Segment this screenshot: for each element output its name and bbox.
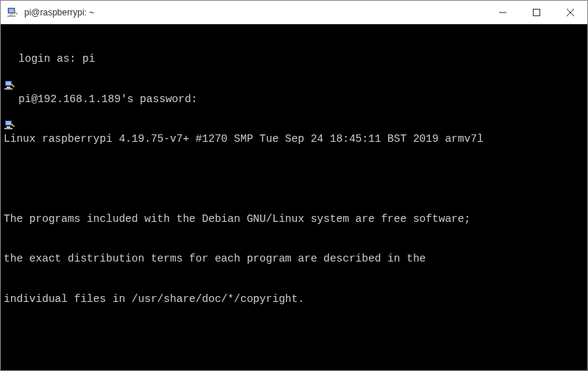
window-controls bbox=[486, 1, 587, 24]
motd-line-2: the exact distribution terms for each pr… bbox=[4, 252, 584, 265]
maximize-button[interactable] bbox=[520, 1, 553, 24]
svg-rect-12 bbox=[5, 120, 12, 126]
svg-rect-5 bbox=[534, 9, 540, 15]
svg-rect-11 bbox=[4, 88, 12, 90]
terminal-area[interactable]: login as: pi pi@192.168.1.189's password… bbox=[1, 24, 587, 370]
putty-icon bbox=[7, 7, 18, 18]
minimize-button[interactable] bbox=[486, 1, 520, 24]
svg-rect-3 bbox=[7, 15, 15, 17]
putty-session-icon bbox=[4, 52, 15, 64]
putty-window: pi@raspberrypi: ~ bbox=[0, 0, 588, 371]
login-line: login as: pi bbox=[4, 52, 584, 65]
titlebar: pi@raspberrypi: ~ bbox=[1, 1, 587, 24]
login-prompt-text: login as: pi bbox=[18, 52, 95, 65]
motd-line-1: The programs included with the Debian GN… bbox=[4, 212, 584, 226]
putty-session-icon bbox=[4, 93, 15, 104]
window-title: pi@raspberrypi: ~ bbox=[24, 7, 486, 18]
svg-rect-13 bbox=[6, 121, 11, 125]
svg-rect-8 bbox=[5, 81, 12, 86]
svg-rect-9 bbox=[6, 82, 11, 85]
kernel-line: Linux raspberrypi 4.19.75-v7+ #1270 SMP … bbox=[4, 132, 584, 145]
blank-line bbox=[4, 332, 584, 345]
svg-rect-10 bbox=[7, 87, 10, 88]
password-line: pi@192.168.1.189's password: bbox=[4, 93, 584, 106]
motd-line-3: individual files in /usr/share/doc/*/cop… bbox=[4, 292, 584, 306]
svg-rect-15 bbox=[4, 128, 12, 129]
blank-line bbox=[4, 172, 584, 185]
svg-rect-2 bbox=[10, 14, 13, 15]
svg-rect-14 bbox=[7, 126, 10, 128]
svg-rect-1 bbox=[9, 9, 14, 12]
close-button[interactable] bbox=[553, 1, 587, 24]
password-prompt-text: pi@192.168.1.189's password: bbox=[18, 93, 198, 106]
